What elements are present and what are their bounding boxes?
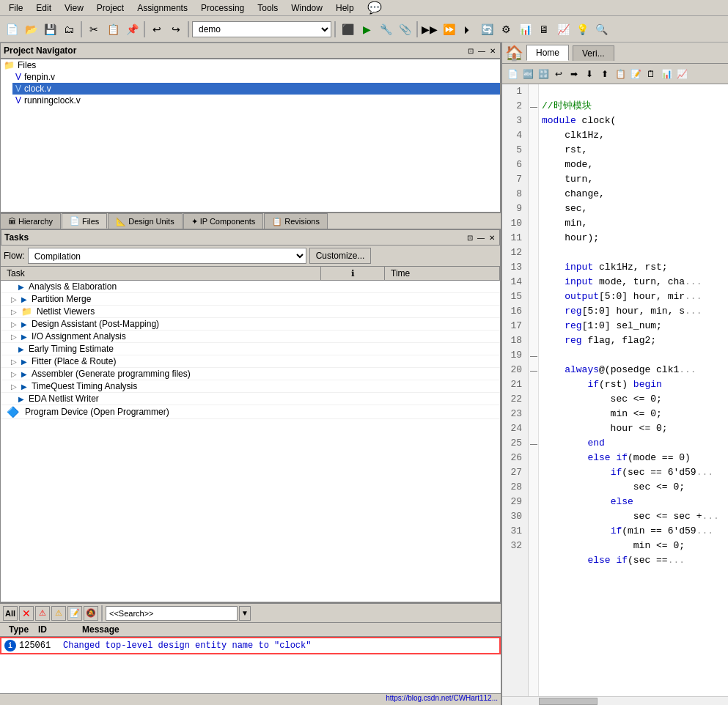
message-search[interactable] <box>106 606 238 621</box>
compile-btn[interactable]: ▶ <box>358 21 375 38</box>
note-filter-btn[interactable]: 📝 <box>67 606 82 621</box>
tool2-btn[interactable]: 📎 <box>396 21 413 38</box>
code-text[interactable]: //时钟模块 module clock( clk1Hz, rst, mode, … <box>539 84 728 696</box>
task-row-fitter[interactable]: ▷ ▶ Fitter (Place & Route) <box>1 355 500 368</box>
menu-window[interactable]: Window <box>285 1 328 15</box>
ed-btn-1[interactable]: 📄 <box>505 67 520 81</box>
stop-btn[interactable]: ⬛ <box>339 21 356 38</box>
search-dropdown-btn[interactable]: ▼ <box>239 606 251 621</box>
tab-revisions[interactable]: 📋 Revisions <box>264 213 328 229</box>
task-row-design-assist[interactable]: ▷ ▶ Design Assistant (Post-Mapping) <box>1 318 500 331</box>
paste-btn[interactable]: 📌 <box>123 21 141 38</box>
task-row-partition[interactable]: ▷ ▶ Partition Merge <box>1 293 500 306</box>
menu-processing[interactable]: Processing <box>195 1 250 15</box>
fold-2[interactable]: — <box>529 99 539 114</box>
tab-ip-components[interactable]: ✦ IP Components <box>183 213 264 229</box>
expand-icon[interactable]: ▷ <box>11 358 18 366</box>
ed-btn-6[interactable]: ⬇ <box>582 67 597 81</box>
run5-btn[interactable]: ⚙ <box>497 21 515 38</box>
customize-button[interactable]: Customize... <box>309 248 372 264</box>
warning-filter-btn[interactable]: ⚠ <box>35 606 50 621</box>
file-fenpin[interactable]: V fenpin.v <box>12 71 500 83</box>
run8-btn[interactable]: 📈 <box>554 21 572 38</box>
suppress-btn[interactable]: 🔕 <box>84 606 98 621</box>
run7-btn[interactable]: 🖥 <box>535 21 553 38</box>
menu-tools[interactable]: Tools <box>251 1 284 15</box>
copy-btn[interactable]: 📋 <box>104 21 122 38</box>
run9-btn[interactable]: 💡 <box>573 21 591 38</box>
menu-project[interactable]: Project <box>91 1 130 15</box>
home-icon[interactable]: 🏠 <box>505 44 523 62</box>
fold-25[interactable]: — <box>529 436 539 451</box>
expand-icon[interactable]: ▷ <box>11 320 18 328</box>
run2-btn[interactable]: ⏩ <box>440 21 457 38</box>
close-btn2[interactable]: ✕ <box>488 234 496 242</box>
run3-btn[interactable]: ⏵ <box>459 21 477 38</box>
task-row-timequest[interactable]: ▷ ▶ TimeQuest Timing Analysis <box>1 380 500 393</box>
fold-20[interactable]: — <box>529 363 539 377</box>
cut-btn[interactable]: ✂ <box>85 21 103 38</box>
ed-btn-7[interactable]: ⬆ <box>598 67 612 81</box>
tool1-btn[interactable]: 🔧 <box>377 21 394 38</box>
menu-assignments[interactable]: Assignments <box>131 1 194 15</box>
minimize-btn2[interactable]: — <box>476 234 486 242</box>
save-all-btn[interactable]: 🗂 <box>60 21 78 38</box>
file-runningclock[interactable]: V runningclock.v <box>12 95 500 106</box>
task-row-timing[interactable]: ▶ Early Timing Estimate <box>1 343 500 355</box>
ed-btn-5[interactable]: ➡ <box>567 67 581 81</box>
expand-icon[interactable]: ▷ <box>11 295 18 303</box>
all-filter-btn[interactable]: All <box>3 606 18 621</box>
task-row-eda[interactable]: ▶ EDA Netlist Writer <box>1 393 500 405</box>
code-hscrollbar[interactable] <box>502 696 728 705</box>
run-btn[interactable]: ▶▶ <box>421 21 438 38</box>
menu-help[interactable]: Help <box>330 1 360 15</box>
new-btn[interactable]: 📄 <box>3 21 21 38</box>
expand-icon[interactable]: ▷ <box>11 333 18 341</box>
save-btn[interactable]: 💾 <box>41 21 59 38</box>
ed-btn-9[interactable]: 📝 <box>628 67 643 81</box>
run10-btn[interactable]: 🔍 <box>592 21 610 38</box>
tab-hierarchy[interactable]: 🏛 Hierarchy <box>0 213 61 229</box>
close-btn[interactable]: ✕ <box>488 47 497 55</box>
folder-files[interactable]: 📁 Files <box>1 59 500 71</box>
editor-tab-home[interactable]: Home <box>526 45 569 61</box>
open-btn[interactable]: 📂 <box>22 21 40 38</box>
redo-btn[interactable]: ↪ <box>167 21 185 38</box>
tab-design-units[interactable]: 📐 Design Units <box>108 213 182 229</box>
ed-btn-10[interactable]: 🗒 <box>644 67 658 81</box>
editor-tab-verif[interactable]: Veri... <box>573 45 614 61</box>
menu-view[interactable]: View <box>59 1 89 15</box>
menu-edit[interactable]: Edit <box>30 1 57 15</box>
task-row-netlist[interactable]: ▷ 📁 Netlist Viewers <box>1 306 500 318</box>
project-dropdown[interactable]: demo <box>192 21 331 37</box>
run4-btn[interactable]: 🔄 <box>478 21 496 38</box>
panel-controls: ⊡ — ✕ <box>466 47 497 55</box>
ed-btn-4[interactable]: ↩ <box>551 67 566 81</box>
ed-btn-11[interactable]: 📊 <box>659 67 674 81</box>
menu-file[interactable]: File <box>3 1 29 15</box>
expand-icon[interactable]: ▷ <box>11 308 18 316</box>
ed-btn-8[interactable]: 📋 <box>613 67 628 81</box>
run6-btn[interactable]: 📊 <box>516 21 534 38</box>
task-row-assembler[interactable]: ▷ ▶ Assembler (Generate programming file… <box>1 368 500 380</box>
file-clock[interactable]: V clock.v <box>12 83 500 95</box>
message-row-0[interactable]: i 125061 Changed top-level design entity… <box>0 637 501 654</box>
ed-btn-3[interactable]: 🔡 <box>536 67 551 81</box>
float-btn[interactable]: ⊡ <box>466 47 475 55</box>
undo-btn[interactable]: ↩ <box>148 21 166 38</box>
error-filter-btn[interactable]: ✕ <box>19 606 34 621</box>
info-filter-btn[interactable]: ⚠ <box>51 606 66 621</box>
task-row-program[interactable]: 🔷 Program Device (Open Programmer) <box>1 405 500 419</box>
tab-files[interactable]: 📄 Files <box>62 213 107 229</box>
float-btn2[interactable]: ⊡ <box>466 234 474 242</box>
ed-btn-12[interactable]: 📈 <box>674 67 689 81</box>
expand-icon[interactable]: ▷ <box>11 370 18 378</box>
minimize-btn[interactable]: — <box>477 47 487 55</box>
hscroll-thumb[interactable] <box>539 698 598 705</box>
flow-select[interactable]: Compilation <box>28 248 306 264</box>
task-row-io-assign[interactable]: ▷ ▶ I/O Assignment Analysis <box>1 331 500 343</box>
ed-btn-2[interactable]: 🔤 <box>521 67 535 81</box>
task-row-analysis[interactable]: ▶ Analysis & Elaboration <box>1 281 500 293</box>
fold-19[interactable]: — <box>529 348 539 363</box>
expand-icon[interactable]: ▷ <box>11 383 18 391</box>
